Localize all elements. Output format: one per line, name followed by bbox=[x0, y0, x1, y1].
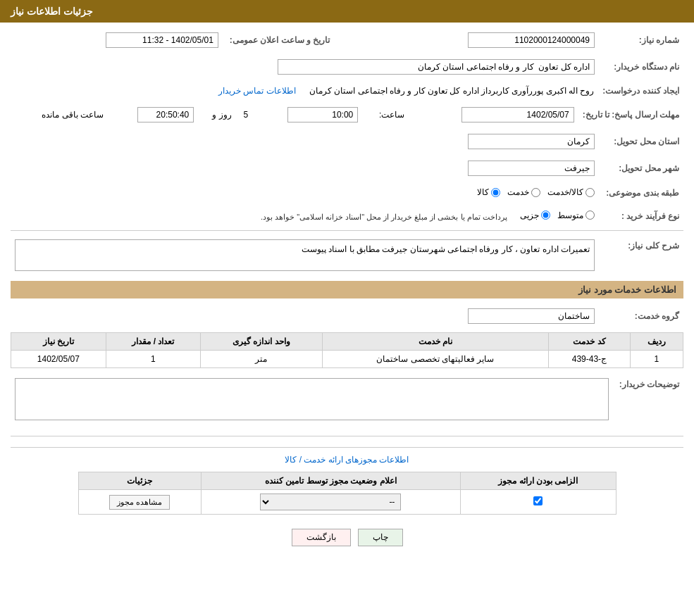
row-date: 1402/05/07 bbox=[11, 351, 106, 368]
licenses-table: الزامی بودن ارائه مجوز اعلام وضعیت مجوز … bbox=[78, 472, 616, 515]
buyer-notes-textarea[interactable] bbox=[15, 378, 609, 420]
purchase-type-radio-group: متوسط جزیی bbox=[520, 210, 595, 220]
row-qty: 1 bbox=[106, 351, 201, 368]
service-group-input[interactable] bbox=[468, 308, 595, 324]
licenses-title: اطلاعات مجوزهای ارائه خدمت / کالا bbox=[11, 455, 683, 465]
license-required-cell bbox=[460, 490, 616, 515]
service-group-label: گروه خدمت: bbox=[599, 306, 683, 327]
classification-radio-group: کالا/خدمت خدمت کالا bbox=[477, 187, 595, 197]
col-row: ردیف bbox=[630, 333, 683, 351]
page-header: جزئیات اطلاعات نیاز bbox=[0, 0, 694, 23]
need-number-label: شماره نیاز: bbox=[599, 30, 683, 51]
row-service-name: سایر فعالیتهای تخصصی ساختمان bbox=[322, 351, 548, 368]
radio-jozi-label: جزیی bbox=[520, 210, 539, 220]
radio-kala-khadamat-label: کالا/خدمت bbox=[547, 187, 583, 197]
radio-motavasset-label: متوسط bbox=[557, 210, 583, 220]
deadline-label: مهلت ارسال پاسخ: تا تاریخ: bbox=[578, 104, 683, 125]
deadline-date-input[interactable] bbox=[461, 107, 574, 122]
buyer-org-input[interactable] bbox=[278, 59, 595, 75]
province-label: استان محل تحویل: bbox=[599, 131, 683, 152]
need-description-value: تعمیرات اداره تعاون ، کار ورفاه اجتماعی … bbox=[15, 239, 595, 271]
page-title: جزئیات اطلاعات نیاز bbox=[11, 6, 93, 17]
radio-jozi[interactable] bbox=[541, 210, 550, 220]
purchase-type-label: نوع فرآیند خرید : bbox=[599, 208, 683, 225]
back-button[interactable]: بازگشت bbox=[292, 529, 351, 546]
view-license-button[interactable]: مشاهده مجوز bbox=[109, 495, 170, 510]
footer-buttons: چاپ بازگشت bbox=[11, 529, 683, 560]
col-status: اعلام وضعیت مجوز توسط تامین کننده bbox=[201, 472, 460, 490]
remaining-label: ساعت باقی مانده bbox=[11, 104, 107, 125]
announcement-date-label: تاریخ و ساعت اعلان عمومی: bbox=[223, 30, 334, 51]
city-input[interactable] bbox=[468, 161, 595, 176]
col-unit: واحد اندازه گیری bbox=[201, 333, 322, 351]
col-name: نام خدمت bbox=[322, 333, 548, 351]
need-number-input[interactable] bbox=[468, 32, 595, 48]
license-status-select[interactable]: -- bbox=[260, 494, 401, 510]
col-code: کد خدمت bbox=[548, 333, 630, 351]
creator-label: ایجاد کننده درخواست: bbox=[598, 83, 683, 99]
row-number: 1 bbox=[630, 351, 683, 368]
radio-kala-label: کالا bbox=[477, 187, 489, 197]
services-section: اطلاعات خدمات مورد نیاز گروه خدمت: ردیف … bbox=[11, 281, 683, 368]
days-value: 5 bbox=[235, 104, 252, 125]
license-status-cell: -- bbox=[201, 490, 460, 515]
license-row: -- مشاهده مجوز bbox=[78, 490, 616, 515]
radio-khadamat-label: خدمت bbox=[507, 187, 529, 197]
purchase-description: پرداخت تمام یا بخشی از مبلغ خریدار از مح… bbox=[261, 213, 507, 221]
row-unit: متر bbox=[201, 351, 322, 368]
radio-khadamat[interactable] bbox=[531, 188, 540, 197]
license-required-checkbox[interactable] bbox=[533, 496, 543, 505]
days-label: روز و bbox=[198, 104, 235, 125]
city-label: شهر محل تحویل: bbox=[599, 158, 683, 179]
license-details-cell: مشاهده مجوز bbox=[78, 490, 201, 515]
col-details: جزئیات bbox=[78, 472, 201, 490]
radio-kala[interactable] bbox=[491, 188, 500, 197]
time-label: ساعت: bbox=[362, 104, 408, 125]
col-date: تاریخ نیاز bbox=[11, 333, 106, 351]
col-qty: تعداد / مقدار bbox=[106, 333, 201, 351]
buyer-notes-label: توضیحات خریدار: bbox=[613, 375, 683, 425]
radio-motavasset[interactable] bbox=[585, 210, 595, 220]
col-required: الزامی بودن ارائه مجوز bbox=[460, 472, 616, 490]
print-button[interactable]: چاپ bbox=[358, 529, 403, 546]
row-code: ج-43-439 bbox=[548, 351, 630, 368]
table-row: 1 ج-43-439 سایر فعالیتهای تخصصی ساختمان … bbox=[11, 351, 683, 368]
services-table: ردیف کد خدمت نام خدمت واحد اندازه گیری ت… bbox=[11, 332, 683, 368]
remaining-time-input[interactable] bbox=[137, 107, 194, 122]
creator-value: روح اله اکبری پوررآوری کاربرداز اداره کل… bbox=[309, 86, 594, 96]
buyer-org-label: نام دستگاه خریدار: bbox=[599, 56, 683, 77]
services-title: اطلاعات خدمات مورد نیاز bbox=[11, 281, 683, 298]
deadline-time-input[interactable] bbox=[287, 107, 358, 122]
licenses-section: اطلاعات مجوزهای ارائه خدمت / کالا الزامی… bbox=[11, 447, 683, 515]
need-description-label: شرح کلی نیاز: bbox=[599, 237, 683, 274]
creator-contact-link[interactable]: اطلاعات تماس خریدار bbox=[218, 86, 296, 96]
classification-label: طبقه بندی موضوعی: bbox=[599, 184, 683, 202]
announcement-date-input[interactable] bbox=[106, 32, 218, 48]
radio-kala-khadamat[interactable] bbox=[585, 188, 595, 197]
province-input[interactable] bbox=[468, 134, 595, 149]
